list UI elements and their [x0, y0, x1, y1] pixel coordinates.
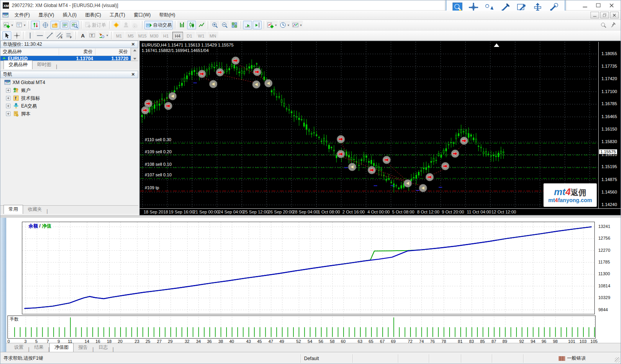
timeframe-m5-button[interactable]: M5	[125, 32, 136, 39]
navigator-item-0[interactable]: 账户	[0, 86, 138, 94]
horizontal-line-button[interactable]	[35, 31, 44, 40]
new-chart-button[interactable]: ▾	[2, 21, 14, 29]
market-watch-close-icon[interactable]: ✕	[130, 42, 136, 47]
equity-chart[interactable]	[22, 222, 595, 314]
navigator-tab-1[interactable]: 收藏夹	[23, 205, 47, 214]
toolbar-pin-icon[interactable]	[610, 22, 617, 28]
date-axis: 18 Sep 201819 Sep 16:0021 Sep 00:0024 Se…	[140, 208, 621, 215]
text-button[interactable]: A	[78, 31, 87, 40]
terminal-button[interactable]	[60, 21, 69, 29]
lots-label: 手数	[10, 316, 18, 322]
templates-button[interactable]: ▾	[291, 21, 303, 29]
auto-scroll-button[interactable]	[243, 21, 252, 29]
minimize-button[interactable]	[578, 1, 592, 10]
close-button[interactable]	[605, 1, 618, 10]
timeframe-d1-button[interactable]: D1	[184, 32, 195, 39]
svg-text:E: E	[61, 36, 63, 39]
navigator-close-icon[interactable]: ✕	[130, 72, 136, 77]
tester-tab-1[interactable]: 结果	[29, 343, 48, 352]
navigator-item-2[interactable]: EA交易	[0, 102, 138, 110]
menu-item-6[interactable]: 帮助(H)	[155, 10, 180, 20]
candlestick-chart[interactable]: #110 sell 0.30#109 sell 0.20#108 sell 0.…	[140, 42, 598, 208]
new-order-button[interactable]: 新订单	[83, 21, 107, 29]
bar-chart-button[interactable]	[177, 21, 186, 29]
equidistant-channel-button[interactable]: E	[55, 31, 64, 40]
date-tick: 2 Oct 16:00	[342, 210, 365, 214]
date-tick: 26 Sep 20:00	[268, 210, 293, 214]
market-watch-button[interactable]	[31, 21, 40, 29]
price-axis: 1.180551.177351.174201.171001.167851.164…	[598, 42, 621, 208]
candle-chart-button[interactable]	[187, 21, 196, 29]
menu-item-1[interactable]: 显示(V)	[34, 10, 58, 20]
chart-shift-button[interactable]	[253, 21, 262, 29]
tester-panel: ✕ 测试 余额 / 净值 132411275612270117851130010…	[0, 218, 621, 352]
market-watch-scrollbar[interactable]	[131, 48, 138, 61]
text-label-button[interactable]: T	[88, 31, 97, 40]
zoom-in-button[interactable]	[210, 21, 219, 29]
toolbar-separator	[264, 21, 264, 29]
metaeditor-button[interactable]	[112, 21, 121, 29]
market-watch-tab-1[interactable]: 即时图	[32, 61, 56, 69]
navigator-item-3[interactable]: 脚本	[0, 110, 138, 118]
cursor-button[interactable]	[2, 31, 11, 40]
navigator-item-1[interactable]: f技术指标	[0, 94, 138, 102]
chart-indicator-line: 1.16741.15882/1.169941.14651/04	[142, 48, 234, 53]
tester-tab-3[interactable]: 报告	[74, 343, 92, 352]
timeframe-h1-button[interactable]: H1	[160, 32, 171, 39]
timeframe-w1-button[interactable]: W1	[196, 32, 207, 39]
strategy-tester-button[interactable]	[70, 21, 79, 29]
market-watch-tab-0[interactable]: 交易品种	[4, 60, 32, 69]
profiles-button[interactable]: ▾	[15, 21, 27, 29]
indicators-button[interactable]: ▾	[266, 21, 278, 29]
expand-icon[interactable]	[6, 96, 11, 101]
toolbar-search-icon[interactable]	[600, 22, 607, 28]
menu-item-4[interactable]: 工具(T)	[105, 10, 129, 20]
crosshair-button[interactable]	[12, 31, 21, 40]
equity-tick: 9844	[598, 307, 608, 312]
price-tick: 1.17420	[601, 76, 617, 81]
menu-item-3[interactable]: 图表(C)	[81, 10, 106, 20]
tester-tab-0[interactable]: 设置	[9, 343, 28, 352]
user-button[interactable]	[121, 21, 130, 29]
maximize-button[interactable]	[592, 1, 605, 10]
navigator-tab-0[interactable]: 常用	[4, 205, 23, 214]
expand-icon[interactable]	[6, 111, 11, 117]
resize-grip[interactable]	[615, 357, 620, 362]
navigator-header: 导航 ✕	[0, 71, 138, 78]
mdi-close-button[interactable]	[610, 12, 619, 18]
menu-item-0[interactable]: 文件(F)	[10, 10, 34, 20]
timeframe-m15-button[interactable]: M15	[137, 32, 148, 39]
expand-icon[interactable]	[6, 104, 11, 109]
price-tick: 1.16785	[601, 101, 617, 106]
tester-tab-2[interactable]: 净值图	[49, 343, 74, 352]
timeframe-h4-button[interactable]: H4	[172, 32, 183, 39]
trend-line-button[interactable]	[45, 31, 54, 40]
expand-icon[interactable]	[6, 88, 11, 93]
data-window-button[interactable]	[41, 21, 50, 29]
timeframe-mn-button[interactable]: MN	[207, 32, 218, 39]
fibonacci-button[interactable]: F	[65, 31, 74, 40]
tester-tab-4[interactable]: 日志	[94, 343, 112, 352]
tile-windows-button[interactable]	[230, 21, 239, 29]
vertical-line-button[interactable]	[25, 31, 34, 40]
menu-item-2[interactable]: 插入(I)	[58, 10, 81, 20]
date-tick: 19 Sep 16:00	[169, 210, 194, 214]
price-tick: 1.15830	[601, 139, 617, 144]
scroll-up-icon[interactable]	[132, 48, 137, 53]
arrows-tool-button[interactable]: ▾	[97, 31, 109, 40]
timeframe-m30-button[interactable]: M30	[149, 32, 160, 39]
navigator-button[interactable]	[50, 21, 59, 29]
timeframe-m1-button[interactable]: M1	[113, 32, 124, 39]
signal-button[interactable]	[131, 21, 140, 29]
market-watch-header: 市场报价: 11:30:42 ✕	[0, 41, 138, 48]
chart-info: EURUSD,H4 1.15471 1.15613 1.15429 1.1557…	[142, 42, 234, 53]
menu-item-5[interactable]: 窗口(W)	[130, 10, 155, 20]
mdi-minimize-button[interactable]	[590, 12, 599, 18]
zoom-out-button[interactable]	[220, 21, 229, 29]
line-chart-button[interactable]	[197, 21, 206, 29]
mdi-restore-button[interactable]	[600, 12, 609, 18]
navigator-root[interactable]: XM Global MT4	[0, 79, 138, 86]
navigator-item-label: 脚本	[21, 111, 31, 117]
autotrading-button[interactable]: 自动交易	[144, 21, 173, 29]
periods-button[interactable]: ▾	[279, 21, 290, 29]
